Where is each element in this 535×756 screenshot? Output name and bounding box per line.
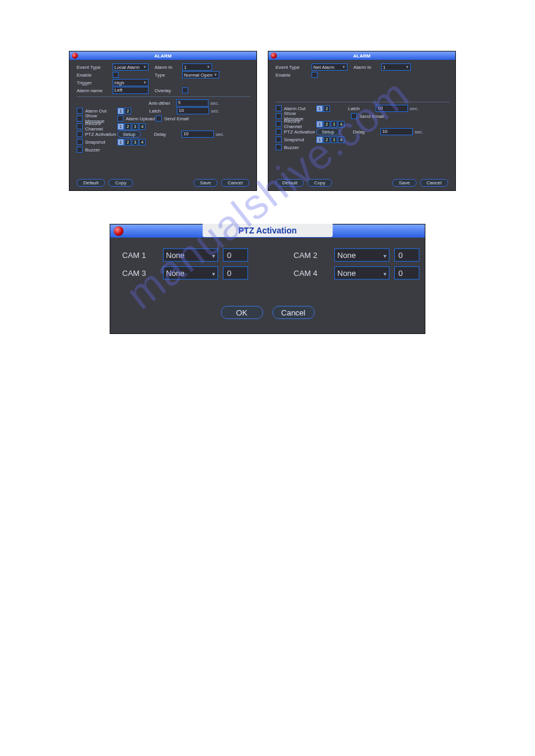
cam2-select[interactable]: None — [334, 248, 389, 262]
snapshot-channels[interactable]: 1234 — [117, 139, 146, 145]
enable-checkbox[interactable] — [312, 72, 318, 78]
chevron-down-icon — [212, 269, 215, 278]
record-channel-label: Record Channel — [284, 119, 316, 129]
delay-input[interactable]: 10 — [182, 130, 214, 138]
record-channels[interactable]: 1234 — [117, 123, 146, 130]
chevron-down-icon — [214, 73, 217, 77]
latch-label: Latch — [348, 106, 376, 111]
buzzer-checkbox[interactable] — [77, 147, 83, 153]
latch-label: Latch — [149, 108, 177, 114]
trigger-select[interactable]: High — [113, 79, 149, 86]
chevron-down-icon — [212, 251, 215, 260]
record-channel-label: Record Channel — [85, 121, 117, 132]
cancel-button[interactable]: Cancel — [221, 179, 249, 187]
alarm-out-channels[interactable]: 12 — [117, 108, 131, 114]
alarm-out-checkbox[interactable] — [77, 108, 83, 114]
alarm-out-checkbox[interactable] — [276, 105, 282, 111]
dialog-title: PTZ Activation — [202, 224, 333, 237]
cancel-button[interactable]: Cancel — [273, 306, 315, 319]
trigger-label: Trigger — [77, 80, 113, 86]
anti-dither-input[interactable]: 5 — [176, 99, 208, 107]
cam1-select[interactable]: None — [163, 248, 218, 262]
record-channels[interactable]: 1234 — [316, 121, 344, 127]
ptz-activation-label: PTZ Activation — [85, 132, 117, 137]
save-button[interactable]: Save — [194, 179, 217, 187]
cam3-input[interactable]: 0 — [223, 266, 248, 280]
send-email-checkbox[interactable] — [351, 113, 357, 119]
sec-label: sec. — [216, 132, 225, 137]
alarm-out-channels[interactable]: 12 — [316, 105, 330, 112]
latch-input[interactable]: 10 — [376, 105, 408, 112]
snapshot-channels[interactable]: 1234 — [316, 136, 344, 143]
cam3-select[interactable]: None — [163, 266, 218, 280]
buzzer-label: Buzzer — [284, 145, 299, 150]
title: ALARM — [155, 53, 172, 59]
cam1-input[interactable]: 0 — [223, 248, 248, 262]
event-type-label: Event Type — [77, 65, 113, 70]
titlebar: ALARM — [268, 51, 455, 60]
alarm-upload-checkbox[interactable] — [117, 116, 123, 122]
divider — [77, 96, 250, 97]
event-type-label: Event Type — [276, 65, 312, 70]
sec-label: sec. — [210, 101, 219, 106]
buzzer-checkbox[interactable] — [276, 144, 282, 150]
setup-button[interactable]: Setup — [117, 130, 141, 138]
ok-button[interactable]: OK — [221, 306, 263, 319]
alarm-upload-label: Alarm Upload — [126, 116, 156, 122]
alarm-net-panel: ALARM Event Type Net Alarm Alarm In 1 En… — [268, 51, 456, 191]
sec-label: sec. — [410, 106, 419, 111]
event-type-select[interactable]: Net Alarm — [312, 63, 347, 71]
alarm-in-select[interactable]: 1 — [381, 63, 411, 71]
send-email-checkbox[interactable] — [156, 116, 162, 122]
send-email-label: Send Email — [164, 116, 189, 122]
enable-label: Enable — [77, 72, 113, 78]
close-icon[interactable] — [114, 226, 123, 236]
delay-input[interactable]: 10 — [380, 128, 413, 135]
chevron-down-icon — [143, 81, 147, 84]
show-message-checkbox[interactable] — [276, 113, 282, 119]
cam4-label: CAM 4 — [294, 269, 330, 278]
alarm-name-input[interactable]: Left — [113, 87, 149, 94]
chevron-down-icon — [207, 65, 210, 69]
copy-button[interactable]: Copy — [307, 179, 332, 187]
record-channel-checkbox[interactable] — [77, 123, 83, 129]
save-button[interactable]: Save — [392, 179, 416, 187]
ptz-activation-checkbox[interactable] — [77, 131, 83, 137]
chevron-down-icon — [406, 65, 409, 69]
alarm-in-select[interactable]: 1 — [182, 63, 212, 71]
close-icon[interactable] — [271, 53, 277, 59]
overlay-label: Overlay — [155, 88, 182, 93]
snapshot-checkbox[interactable] — [276, 136, 282, 142]
enable-checkbox[interactable] — [113, 72, 119, 78]
snapshot-checkbox[interactable] — [77, 139, 83, 145]
ptz-activation-dialog: PTZ Activation CAM 1 None 0 CAM 2 None 0… — [110, 224, 425, 334]
divider — [276, 102, 449, 102]
show-message-checkbox[interactable] — [77, 116, 83, 122]
default-button[interactable]: Default — [276, 179, 304, 187]
delay-label: Delay — [154, 132, 182, 137]
type-select[interactable]: Normal Open — [182, 71, 219, 78]
ptz-activation-label: PTZ Activation — [284, 129, 316, 135]
cam2-label: CAM 2 — [294, 251, 330, 260]
cam4-select[interactable]: None — [334, 266, 389, 280]
ptz-activation-checkbox[interactable] — [276, 129, 282, 135]
type-label: Type — [155, 72, 182, 78]
event-type-select[interactable]: Local Alarm — [113, 63, 149, 71]
cam2-input[interactable]: 0 — [394, 248, 419, 262]
latch-input[interactable]: 10 — [177, 107, 209, 114]
snapshot-label: Snapshot — [284, 137, 316, 142]
overlay-checkbox[interactable] — [182, 87, 188, 93]
cam4-input[interactable]: 0 — [394, 266, 419, 280]
alarm-in-label: Alarm In — [155, 65, 182, 70]
record-channel-checkbox[interactable] — [276, 121, 282, 127]
snapshot-label: Snapshot — [85, 139, 117, 145]
cancel-button[interactable]: Cancel — [420, 179, 448, 187]
close-icon[interactable] — [72, 53, 78, 59]
delay-label: Delay — [353, 129, 380, 135]
setup-button[interactable]: Setup — [316, 128, 340, 135]
alarm-name-label: Alarm name — [77, 88, 113, 93]
default-button[interactable]: Default — [77, 179, 105, 187]
chevron-down-icon — [342, 65, 346, 69]
alarm-local-panel: ALARM Event Type Local Alarm Alarm In 1 … — [69, 51, 257, 191]
copy-button[interactable]: Copy — [108, 179, 133, 187]
